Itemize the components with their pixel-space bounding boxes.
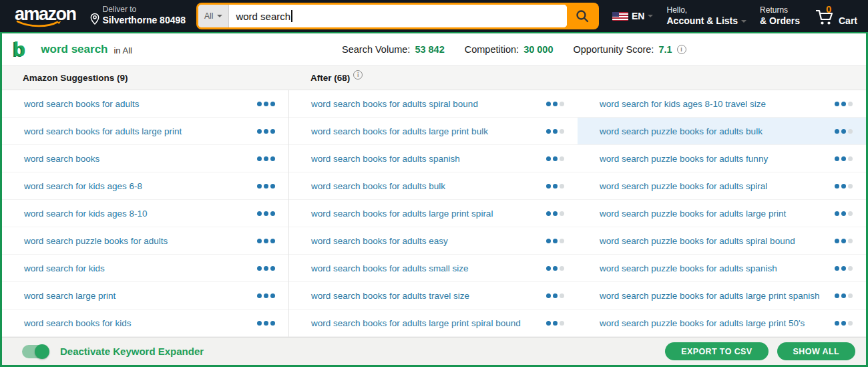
cart-button[interactable]: 0 Cart — [813, 6, 857, 26]
keyword-row[interactable]: word search puzzle books for adults bulk — [578, 118, 866, 145]
keyword-link[interactable]: word search large print — [24, 291, 116, 301]
bookbeam-logo[interactable]: b — [13, 39, 25, 59]
dot-filled-icon — [835, 211, 839, 216]
keyword-row[interactable]: word search books for adults bulk — [289, 172, 578, 200]
keyword-link[interactable]: word search puzzle books for adults larg… — [600, 209, 786, 219]
keyword-row[interactable]: word search books — [2, 145, 288, 172]
keyword-link[interactable]: word search puzzle books for adults span… — [600, 263, 777, 273]
amazon-logo[interactable]: amazon — [11, 3, 80, 30]
keyword-link[interactable]: word search books for adults large print… — [311, 318, 521, 328]
keyword-row[interactable]: word search books for adults spanish — [289, 145, 578, 172]
returns-label: Returns — [760, 5, 800, 15]
dot-filled-icon — [835, 184, 839, 189]
keyword-link[interactable]: word search books for kids — [24, 318, 132, 328]
dot-filled-icon — [264, 321, 268, 326]
info-icon[interactable]: i — [677, 45, 686, 54]
dot-filled-icon — [257, 129, 262, 134]
keyword-link[interactable]: word search puzzle books for adults spir… — [600, 236, 795, 246]
dot-filled-icon — [553, 102, 558, 106]
keyword-link[interactable]: word search books for adults large print… — [311, 209, 493, 219]
relevancy-dots — [835, 211, 853, 216]
keyword-link[interactable]: word search for kids — [24, 263, 105, 273]
returns-orders[interactable]: Returns & Orders — [760, 5, 800, 27]
keyword-row[interactable]: word search puzzle books for adults larg… — [578, 200, 866, 227]
keyword-row[interactable]: word search books for adults large print… — [289, 200, 578, 227]
keyword-link[interactable]: word search books for adults large print… — [311, 126, 488, 136]
relevancy-dots — [257, 184, 275, 189]
keyword-row[interactable]: word search puzzle books for adults — [2, 227, 288, 255]
relevancy-dots — [835, 239, 853, 243]
keyword-link[interactable]: word search for kids ages 8-10 travel si… — [600, 99, 766, 109]
keyword-link[interactable]: word search books — [24, 154, 99, 164]
keyword-row[interactable]: word search for kids ages 6-8 — [2, 172, 288, 200]
dot-filled-icon — [264, 184, 268, 189]
keyword-row[interactable]: word search for kids — [2, 255, 288, 282]
keyword-row[interactable]: word search books for adults large print… — [289, 118, 578, 145]
dot-empty-icon — [560, 239, 564, 243]
keyword-link[interactable]: word search books for adults travel size — [311, 291, 469, 301]
keyword-link[interactable]: word search puzzle books for adults spir… — [600, 181, 767, 191]
search-category-dropdown[interactable]: All — [198, 5, 229, 27]
language-selector[interactable]: EN — [612, 11, 653, 21]
relevancy-dots — [257, 156, 275, 161]
show-all-button[interactable]: SHOW ALL — [777, 342, 855, 360]
search-query-text: word search — [236, 11, 290, 22]
keyword-row[interactable]: word search puzzle books for adults spir… — [578, 227, 866, 255]
keyword-row[interactable]: word search for kids ages 8-10 — [2, 200, 288, 227]
keyword-link[interactable]: word search puzzle books for adults funn… — [600, 154, 768, 164]
dot-filled-icon — [270, 102, 275, 106]
keyword-link[interactable]: word search books for adults large print — [24, 126, 182, 136]
dot-filled-icon — [553, 129, 558, 134]
keyword-link[interactable]: word search puzzle books for adults larg… — [600, 291, 819, 301]
keyword-row[interactable]: word search books for adults spiral boun… — [289, 90, 578, 118]
keyword-link[interactable]: word search books for adults — [24, 99, 140, 109]
keyword-row[interactable]: word search puzzle books for adults spir… — [578, 172, 866, 200]
export-csv-button[interactable]: EXPORT TO CSV — [665, 342, 768, 360]
search-input[interactable]: word search — [229, 5, 567, 27]
language-code: EN — [632, 11, 644, 21]
relevancy-dots — [835, 184, 853, 189]
keyword-row[interactable]: word search books for adults easy — [289, 227, 578, 255]
relevancy-dots — [835, 293, 853, 298]
keyword-row[interactable]: word search books for adults — [2, 90, 288, 118]
us-flag-icon — [612, 12, 628, 21]
keyword-link[interactable]: word search books for adults spiral boun… — [311, 99, 478, 109]
keyword-row[interactable]: word search puzzle books for adults funn… — [578, 145, 866, 172]
deliver-to[interactable]: Deliver to Silverthorne 80498 — [89, 5, 186, 28]
keyword-row[interactable]: word search books for kids — [2, 310, 288, 337]
keyword-row[interactable]: word search for kids ages 8-10 travel si… — [578, 90, 866, 118]
keyword-link[interactable]: word search books for adults bulk — [311, 181, 445, 191]
info-icon[interactable]: i — [353, 70, 363, 80]
dot-empty-icon — [560, 211, 564, 216]
keyword-row[interactable]: word search books for adults large print… — [289, 310, 578, 337]
keyword-link[interactable]: word search puzzle books for adults bulk — [600, 126, 763, 136]
dot-filled-icon — [553, 184, 558, 189]
keyword-row[interactable]: word search puzzle books for adults larg… — [578, 310, 866, 337]
keyword-link[interactable]: word search puzzle books for adults larg… — [600, 318, 805, 328]
keyword-link[interactable]: word search for kids ages 6-8 — [24, 181, 142, 191]
search-button[interactable] — [567, 5, 597, 27]
relevancy-dots — [835, 129, 853, 134]
dot-empty-icon — [848, 184, 853, 189]
suggestions-column: word search books for adultsword search … — [2, 90, 289, 337]
relevancy-dots — [546, 293, 564, 298]
opportunity-score-stat: Opportunity Score: 7.1 i — [574, 44, 686, 55]
keyword-row[interactable]: word search books for adults large print — [2, 118, 288, 145]
keyword-link[interactable]: word search for kids ages 8-10 — [24, 209, 148, 219]
dot-filled-icon — [257, 293, 262, 298]
account-lists-menu[interactable]: Hello, Account & Lists — [666, 5, 746, 27]
keyword-expander-toggle[interactable] — [22, 345, 49, 358]
relevancy-dots — [257, 211, 275, 216]
relevancy-dots — [546, 321, 564, 326]
keyword-link[interactable]: word search books for adults easy — [311, 236, 448, 246]
dot-filled-icon — [553, 239, 558, 243]
keyword-row[interactable]: word search large print — [2, 282, 288, 310]
keyword-link[interactable]: word search puzzle books for adults — [24, 236, 168, 246]
keyword-link[interactable]: word search books for adults small size — [311, 263, 469, 273]
keyword-row[interactable]: word search books for adults travel size — [289, 282, 578, 310]
keyword-row[interactable]: word search puzzle books for adults larg… — [578, 282, 866, 310]
keyword-row[interactable]: word search books for adults small size — [289, 255, 578, 282]
keyword-row[interactable]: word search puzzle books for adults span… — [578, 255, 866, 282]
relevancy-dots — [546, 129, 564, 134]
keyword-link[interactable]: word search books for adults spanish — [311, 154, 460, 164]
